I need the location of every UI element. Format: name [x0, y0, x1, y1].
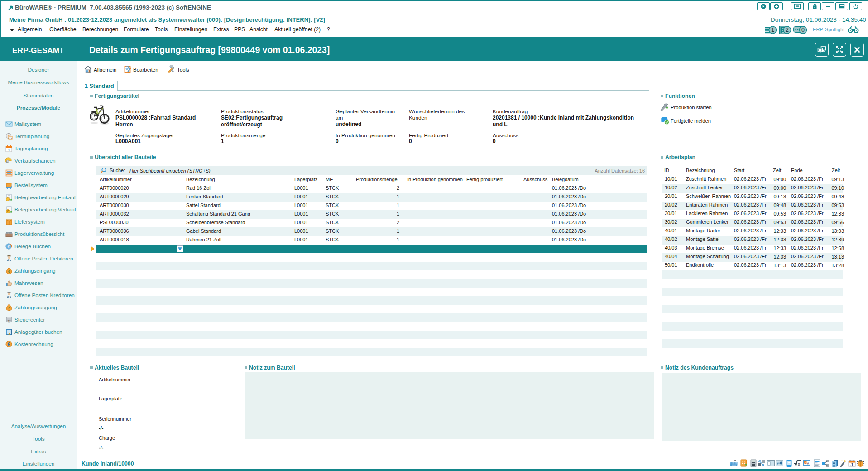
svg-text:2: 2: [786, 27, 789, 33]
svg-text:12: 12: [9, 137, 12, 140]
svg-text:x: x: [798, 462, 800, 466]
svg-text:A: A: [804, 461, 806, 464]
svg-text:A: A: [807, 462, 809, 465]
svg-text:€: €: [8, 270, 10, 273]
svg-text:0: 0: [801, 27, 805, 33]
svg-text:€: €: [7, 245, 10, 249]
svg-text:1: 1: [851, 462, 853, 467]
svg-text:€: €: [7, 210, 9, 213]
svg-text:1: 1: [8, 148, 10, 152]
svg-text:€: €: [8, 341, 10, 347]
svg-text:€: €: [8, 307, 10, 310]
svg-text:€: €: [8, 319, 10, 322]
svg-text:1: 1: [771, 27, 774, 33]
